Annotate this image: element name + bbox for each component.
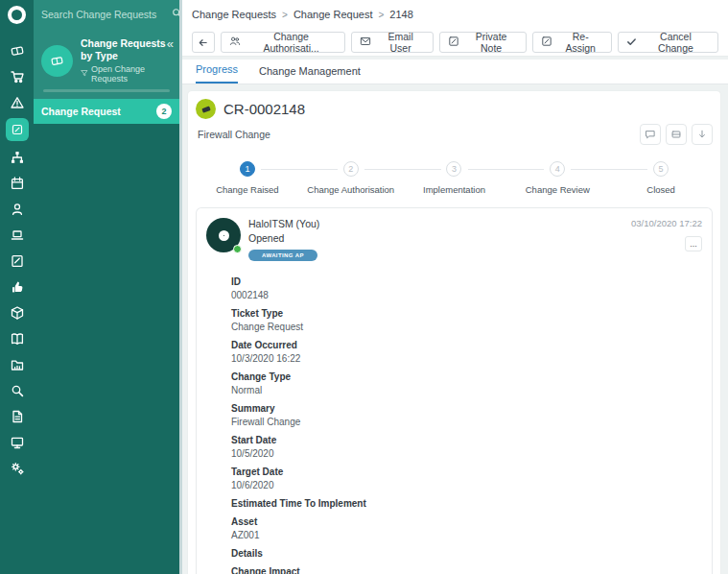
count-badge: 2 (156, 104, 172, 119)
panel-scrollbar[interactable] (43, 89, 170, 92)
cart-icon[interactable] (0, 63, 34, 89)
breadcrumb: Change Requests > Change Request > 2148 (182, 0, 728, 29)
sitemap-icon[interactable] (0, 144, 34, 170)
cancel-change-button[interactable]: Cancel Change (618, 32, 718, 53)
document-icon[interactable] (0, 403, 34, 429)
field-target-date: Target Date10/6/2020 (231, 466, 702, 491)
tickets-icon[interactable] (0, 37, 34, 63)
icon-rail (0, 0, 34, 574)
step-implementation: 3 Implementation (403, 161, 506, 195)
tab-progress[interactable]: Progress (196, 63, 238, 84)
ticket-summary: Firewall Change (198, 129, 305, 140)
pencil-square-icon (448, 36, 459, 49)
change-authorisation-button[interactable]: Change Authorisati... (221, 32, 346, 53)
search-input[interactable] (41, 9, 171, 20)
change-type-icon (41, 45, 73, 77)
filter-icon (81, 69, 88, 79)
thumbs-up-icon[interactable] (0, 274, 34, 299)
laptop-icon[interactable] (0, 222, 34, 248)
halo-logo-icon[interactable] (0, 0, 34, 29)
entry-author: HaloITSM (You) (248, 218, 319, 229)
search-icon[interactable] (0, 377, 34, 403)
monitor-icon[interactable] (0, 429, 34, 455)
field-start-date: Start Date10/5/2020 (231, 435, 702, 460)
field-details: Details (231, 548, 702, 560)
tab-change-management[interactable]: Change Management (259, 65, 361, 84)
back-button[interactable] (192, 32, 215, 53)
check-icon (626, 36, 637, 49)
envelope-icon (360, 36, 371, 49)
status-badge: AWAITING AP (248, 250, 317, 261)
chat-icon[interactable] (640, 124, 661, 145)
breadcrumb-ticket-id[interactable]: 2148 (389, 9, 412, 20)
entry-action: Opened (248, 232, 319, 244)
breadcrumb-separator: > (378, 10, 384, 20)
users-icon (229, 36, 241, 49)
panel-header: Change Requests by Type Open Change Requ… (34, 29, 179, 99)
calendar-icon[interactable] (0, 170, 34, 196)
entry-menu-button[interactable]: ... (685, 236, 702, 251)
progress-stepper: 1 Change Raised 2 Change Authorisation 3… (196, 161, 713, 195)
ticket-reference: CR-0002148 (223, 101, 305, 117)
step-change-review: 4 Change Review (505, 161, 609, 195)
field-change-type: Change TypeNormal (231, 371, 702, 396)
step-closed: 5 Closed (609, 161, 713, 195)
panel-title: Change Requests by Type (81, 37, 172, 62)
field-asset: AssetAZ001 (231, 516, 702, 541)
step-change-authorisation: 2 Change Authorisation (299, 161, 403, 195)
warning-icon[interactable] (0, 89, 34, 115)
ticket-type-icon (196, 99, 216, 119)
scroll-down-icon[interactable] (692, 124, 713, 145)
main-area: Change Requests > Change Request > 2148 … (182, 0, 728, 574)
products-icon[interactable] (0, 299, 34, 325)
email-user-button[interactable]: Email User (351, 32, 433, 53)
breadcrumb-change-requests[interactable]: Change Requests (192, 9, 276, 20)
field-list: ID0002148 Ticket TypeChange Request Date… (231, 276, 702, 574)
field-id: ID0002148 (231, 276, 702, 301)
online-status-dot (233, 245, 242, 253)
ticket-card: CR-0002148 Firewall Change 1 Change Rais… (188, 91, 720, 574)
book-icon[interactable] (0, 325, 34, 351)
panel-item-label: Change Request (41, 106, 121, 117)
entry-timestamp: 03/10/2020 17:22 (631, 218, 702, 228)
field-date-occurred: Date Occurred10/3/2020 16:22 (231, 340, 702, 365)
avatar (206, 218, 241, 252)
private-note-button[interactable]: Private Note (439, 32, 528, 53)
timeline-entry: HaloITSM (You) Opened AWAITING AP 03/10/… (196, 207, 713, 574)
user-icon[interactable] (0, 196, 34, 222)
tab-bar: Progress Change Management (182, 60, 728, 84)
panel-item-change-request[interactable]: Change Request 2 (34, 99, 179, 124)
step-change-raised: 1 Change Raised (196, 161, 299, 195)
field-ticket-type: Ticket TypeChange Request (231, 308, 702, 333)
field-change-impact: Change ImpactMultiple Users (231, 566, 702, 574)
field-estimated-time: Estimated Time To Implement (231, 498, 702, 510)
pencil-square-icon (541, 36, 552, 49)
collapse-panel-icon[interactable]: « (167, 36, 174, 51)
field-summary: SummaryFirewall Change (231, 403, 702, 428)
action-toolbar: Change Authorisati... Email User Private… (182, 29, 728, 57)
print-icon[interactable] (666, 124, 687, 145)
note-icon[interactable] (0, 248, 34, 274)
search-bar (34, 0, 179, 29)
breadcrumb-change-request[interactable]: Change Request (294, 9, 373, 20)
breadcrumb-separator: > (282, 10, 288, 20)
list-panel: Change Requests by Type Open Change Requ… (34, 0, 179, 574)
reports-icon[interactable] (0, 351, 34, 377)
change-request-icon[interactable] (0, 115, 34, 144)
settings-icon[interactable] (0, 455, 34, 481)
re-assign-button[interactable]: Re-Assign (532, 32, 611, 53)
panel-subtitle: Open Change Requests (91, 64, 172, 84)
